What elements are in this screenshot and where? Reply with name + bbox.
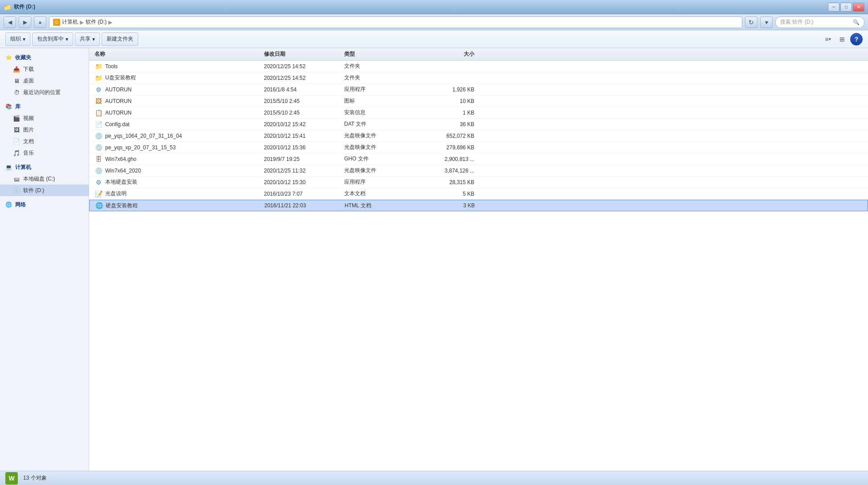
sidebar-item-drive-c[interactable]: 🖴 本地磁盘 (C:) [0, 173, 89, 185]
file-type-icon: 🗄 [95, 155, 103, 163]
back-button[interactable]: ◀ [4, 16, 16, 28]
help-button[interactable]: ? [850, 33, 863, 45]
file-type-icon: 💿 [95, 167, 103, 175]
drive-d-icon: 💿 [12, 186, 21, 194]
details-view-button[interactable]: ⊞ [836, 33, 848, 45]
refresh-button[interactable]: ↻ [745, 16, 757, 28]
table-row[interactable]: ⚙ 本地硬盘安装 2020/10/12 15:30 应用程序 28,315 KB [89, 177, 868, 188]
col-header-date[interactable]: 修改日期 [262, 50, 342, 58]
breadcrumb-icon: C [53, 19, 60, 26]
file-type-icon: 📝 [95, 190, 103, 198]
share-label: 共享 [80, 35, 91, 43]
close-button[interactable]: ✕ [853, 3, 864, 12]
col-header-type[interactable]: 类型 [342, 50, 414, 58]
content-area: 名称 修改日期 类型 大小 📁 Tools 2020/12/25 14:52 文… [89, 48, 868, 471]
file-name: ⚙ 本地硬盘安装 [93, 178, 262, 186]
new-folder-button[interactable]: 新建文件夹 [102, 33, 138, 46]
sidebar-group-network[interactable]: 🌐 网络 [0, 199, 89, 210]
up-button[interactable]: ▲ [34, 16, 46, 28]
star-icon: ⭐ [4, 53, 12, 62]
file-date: 2020/12/25 14:52 [262, 75, 342, 81]
sidebar-item-video[interactable]: 🎬 视频 [0, 112, 89, 124]
view-button[interactable]: ≡ ▾ [822, 33, 834, 45]
sidebar-network-label: 网络 [15, 201, 26, 209]
sidebar-item-recent[interactable]: ⏱ 最近访问的位置 [0, 86, 89, 98]
file-type: 安装信息 [342, 109, 414, 116]
forward-icon: ▶ [23, 19, 27, 25]
file-type: HTML 文档 [343, 202, 414, 210]
breadcrumb-drive: 软件 (D:) [86, 18, 107, 26]
file-type: GHO 文件 [342, 155, 414, 163]
file-size: 1 KB [414, 110, 476, 116]
file-type-icon: 📋 [95, 109, 103, 117]
sidebar-item-download[interactable]: 📥 下载 [0, 63, 89, 75]
file-name: 🖼 AUTORUN [93, 97, 262, 105]
table-row[interactable]: 📝 光盘说明 2016/10/23 7:07 文本文档 5 KB [89, 188, 868, 200]
file-name: 📄 Config.dat [93, 120, 262, 128]
file-date: 2020/12/25 11:32 [262, 168, 342, 174]
sidebar-favorites-label: 收藏夹 [15, 54, 31, 62]
file-type-icon: 💿 [95, 132, 103, 140]
include-dropdown-icon: ▾ [66, 36, 68, 42]
file-type-icon: 📁 [95, 74, 103, 82]
dropdown-button[interactable]: ▾ [760, 16, 773, 28]
col-header-name[interactable]: 名称 [93, 50, 262, 58]
share-button[interactable]: 共享 ▾ [75, 33, 100, 46]
table-row[interactable]: 💿 pe_yqs_1064_20_07_31_16_04 2020/10/12 … [89, 130, 868, 142]
computer-icon: 💻 [4, 163, 12, 171]
file-type-icon: 🌐 [95, 201, 103, 210]
sidebar: ⭐ 收藏夹 📥 下载 🖥 桌面 ⏱ 最近访问的位置 📚 库 � [0, 48, 89, 471]
maximize-button[interactable]: □ [840, 3, 852, 12]
table-row[interactable]: 🗄 Win7x64.gho 2019/9/7 19:25 GHO 文件 2,90… [89, 153, 868, 165]
sidebar-item-document[interactable]: 📄 文档 [0, 136, 89, 147]
file-type: 文本文档 [342, 190, 414, 197]
table-row[interactable]: 🖼 AUTORUN 2015/5/10 2:45 图标 10 KB [89, 95, 868, 107]
breadcrumb-sep2: ▶ [108, 19, 112, 25]
sidebar-computer-label: 计算机 [15, 164, 31, 171]
file-size: 279,696 KB [414, 144, 476, 151]
file-size: 36 KB [414, 121, 476, 127]
table-row[interactable]: 📄 Config.dat 2020/10/12 15:42 DAT 文件 36 … [89, 119, 868, 130]
sidebar-group-library[interactable]: 📚 库 [0, 101, 89, 112]
desktop-icon: 🖥 [12, 77, 21, 85]
statusbar: W 13 个对象 [0, 471, 868, 485]
sidebar-group-favorites[interactable]: ⭐ 收藏夹 [0, 52, 89, 63]
file-size: 3,874,126 ... [414, 168, 476, 174]
file-size: 3 KB [414, 202, 477, 209]
forward-button[interactable]: ▶ [19, 16, 31, 28]
table-row[interactable]: 💿 pe_yqs_xp_20_07_31_15_53 2020/10/12 15… [89, 142, 868, 153]
organize-label: 组织 [10, 35, 21, 43]
table-row[interactable]: ⚙ AUTORUN 2016/1/8 4:54 应用程序 1,926 KB [89, 84, 868, 95]
file-name: 📝 光盘说明 [93, 190, 262, 198]
music-icon: 🎵 [12, 149, 21, 157]
table-row[interactable]: 🌐 硬盘安装教程 2016/11/21 22:03 HTML 文档 3 KB [89, 200, 868, 211]
sidebar-item-desktop[interactable]: 🖥 桌面 [0, 75, 89, 86]
file-name: 💿 pe_yqs_xp_20_07_31_15_53 [93, 144, 262, 152]
sidebar-item-music[interactable]: 🎵 音乐 [0, 147, 89, 159]
file-date: 2015/5/10 2:45 [262, 98, 342, 104]
address-box[interactable]: C 计算机 ▶ 软件 (D:) ▶ [49, 16, 742, 28]
table-row[interactable]: 📋 AUTORUN 2015/5/10 2:45 安装信息 1 KB [89, 107, 868, 119]
file-name: 🗄 Win7x64.gho [93, 155, 262, 163]
col-header-size[interactable]: 大小 [414, 50, 476, 58]
include-library-label: 包含到库中 [37, 35, 64, 43]
file-type: 应用程序 [342, 178, 414, 186]
file-date: 2016/1/8 4:54 [262, 86, 342, 93]
sidebar-group-computer[interactable]: 💻 计算机 [0, 161, 89, 173]
organize-button[interactable]: 组织 ▾ [5, 33, 30, 46]
status-icon-label: W [8, 475, 14, 482]
file-size: 1,926 KB [414, 86, 476, 93]
file-type-icon: ⚙ [95, 86, 103, 94]
breadcrumb-sep1: ▶ [80, 19, 84, 25]
table-row[interactable]: 📁 U盘安装教程 2020/12/25 14:52 文件夹 [89, 72, 868, 84]
include-library-button[interactable]: 包含到库中 ▾ [32, 33, 73, 46]
table-row[interactable]: 💿 Win7x64_2020 2020/12/25 11:32 光盘映像文件 3… [89, 165, 868, 177]
search-box[interactable]: 搜索 软件 (D:) 🔍 [775, 16, 864, 28]
sidebar-item-image[interactable]: 🖼 图片 [0, 124, 89, 136]
titlebar: 📁 软件 (D:) ─ □ ✕ [0, 0, 868, 14]
view-dropdown-icon: ▾ [829, 37, 831, 41]
table-row[interactable]: 📁 Tools 2020/12/25 14:52 文件夹 [89, 61, 868, 72]
up-icon: ▲ [38, 20, 42, 25]
sidebar-item-drive-d[interactable]: 💿 软件 (D:) [0, 185, 89, 196]
minimize-button[interactable]: ─ [828, 3, 839, 12]
